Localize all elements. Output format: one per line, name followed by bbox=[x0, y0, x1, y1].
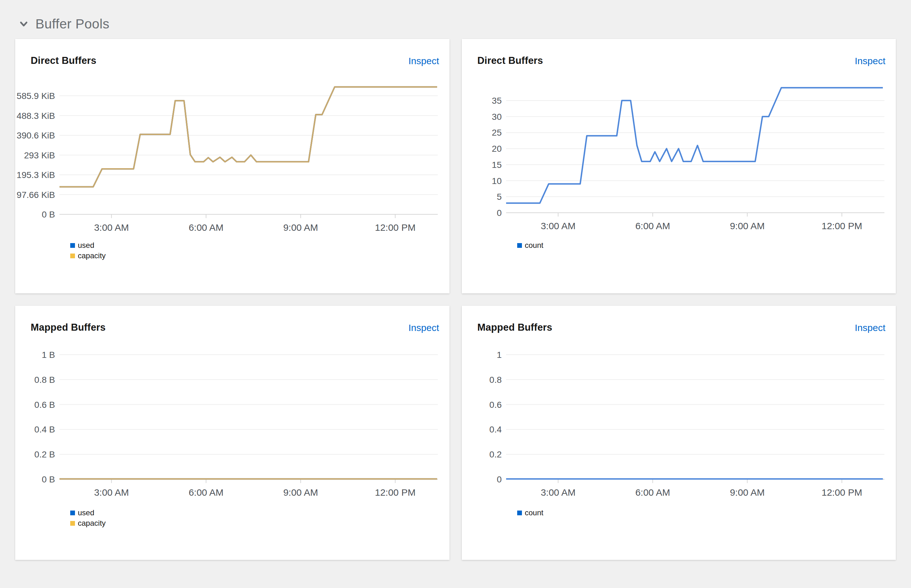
legend-label: used bbox=[78, 509, 94, 517]
legend-item-count: count bbox=[517, 241, 544, 249]
buffer-pools-page: Buffer Pools Direct Buffers Inspect used… bbox=[0, 0, 911, 588]
inspect-link[interactable]: Inspect bbox=[408, 55, 439, 67]
legend-item-used: used bbox=[70, 241, 106, 249]
card-title: Mapped Buffers bbox=[31, 321, 106, 333]
chart-legend: used capacity bbox=[70, 509, 106, 527]
legend-label: count bbox=[525, 241, 544, 249]
legend-swatch-used bbox=[70, 510, 75, 515]
legend-label: capacity bbox=[78, 519, 106, 527]
legend-item-count: count bbox=[517, 509, 544, 517]
legend-item-used: used bbox=[70, 509, 106, 517]
legend-label: capacity bbox=[78, 252, 106, 260]
inspect-link[interactable]: Inspect bbox=[855, 322, 885, 333]
legend-swatch-capacity bbox=[70, 521, 75, 526]
inspect-link[interactable]: Inspect bbox=[855, 55, 885, 67]
legend-swatch-count bbox=[517, 243, 522, 248]
legend-swatch-used bbox=[70, 243, 75, 248]
legend-label: used bbox=[78, 241, 94, 249]
card-direct-buffers-count: Direct Buffers Inspect count bbox=[462, 39, 896, 293]
section-title: Buffer Pools bbox=[36, 15, 110, 33]
card-direct-buffers-memory: Direct Buffers Inspect used capacity bbox=[15, 39, 450, 293]
chart-legend: count bbox=[517, 509, 544, 517]
inspect-link[interactable]: Inspect bbox=[408, 322, 439, 333]
chart-legend: used capacity bbox=[70, 241, 106, 260]
legend-swatch-count bbox=[517, 510, 522, 515]
legend-label: count bbox=[525, 509, 544, 517]
card-title: Direct Buffers bbox=[477, 55, 543, 67]
chart-legend: count bbox=[517, 241, 544, 249]
card-title: Mapped Buffers bbox=[477, 321, 552, 333]
card-title: Direct Buffers bbox=[31, 55, 97, 67]
card-mapped-buffers-count: Mapped Buffers Inspect count bbox=[462, 306, 896, 560]
card-mapped-buffers-memory: Mapped Buffers Inspect used capacity bbox=[15, 306, 450, 560]
legend-item-capacity: capacity bbox=[70, 519, 106, 527]
section-toggle-buffer-pools[interactable]: Buffer Pools bbox=[18, 15, 110, 33]
legend-swatch-capacity bbox=[70, 254, 75, 258]
chevron-down-icon bbox=[18, 19, 29, 29]
legend-item-capacity: capacity bbox=[70, 252, 106, 260]
